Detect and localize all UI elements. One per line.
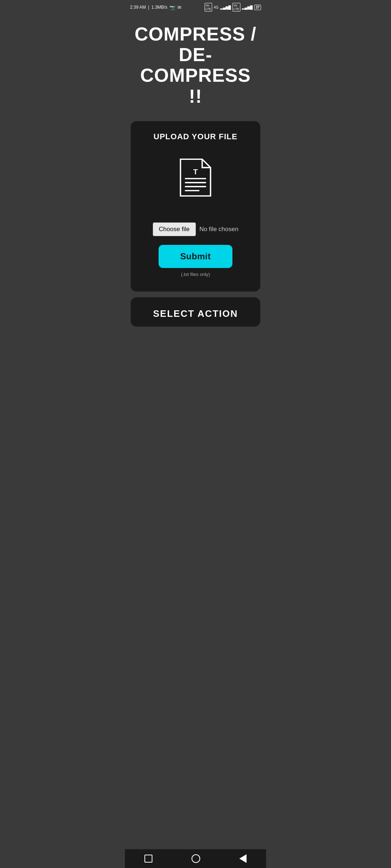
choose-file-button[interactable]: Choose file bbox=[153, 222, 196, 236]
upload-label: UPLOAD YOUR FILE bbox=[154, 132, 237, 141]
status-bar: 2:39 AM | 1.3MB/s 📷 ✉ VoLTE 4G ▂▄▆█ VoLT… bbox=[125, 0, 266, 13]
volte-icon: VoLTE bbox=[205, 3, 213, 12]
app-title: COMPRESS /DE-COMPRESS !! bbox=[132, 24, 259, 107]
submit-button[interactable]: Submit bbox=[159, 245, 232, 268]
no-file-label: No file chosen bbox=[199, 226, 239, 233]
file-icon-container: T bbox=[176, 156, 215, 201]
signal-bars-2: ▂▄▆█ bbox=[242, 5, 253, 9]
select-action-card: SELECT ACTION bbox=[131, 297, 260, 327]
select-action-label: SELECT ACTION bbox=[138, 308, 253, 319]
volte-icon-2: VoLTE bbox=[232, 3, 240, 12]
upload-card: UPLOAD YOUR FILE T Choose file No file c… bbox=[131, 121, 260, 292]
battery-indicator: 37 bbox=[254, 5, 261, 10]
file-input-row: Choose file No file chosen bbox=[138, 222, 253, 236]
svg-text:T: T bbox=[193, 168, 198, 176]
separator: | bbox=[148, 5, 149, 10]
header-section: COMPRESS /DE-COMPRESS !! bbox=[125, 13, 266, 121]
status-left: 2:39 AM | 1.3MB/s 📷 ✉ bbox=[130, 5, 181, 10]
file-hint: (.txt files only) bbox=[181, 272, 210, 277]
instagram-icon: 📷 bbox=[169, 5, 175, 10]
document-icon: T bbox=[176, 156, 215, 199]
network-speed: 1.3MB/s bbox=[151, 5, 167, 10]
network-4g: 4G bbox=[214, 5, 218, 9]
signal-bars-1: ▂▄▆█ bbox=[220, 5, 231, 9]
time-display: 2:39 AM bbox=[130, 5, 146, 10]
status-right: VoLTE 4G ▂▄▆█ VoLTE ▂▄▆█ 37 bbox=[205, 3, 261, 12]
mail-icon: ✉ bbox=[177, 5, 181, 10]
